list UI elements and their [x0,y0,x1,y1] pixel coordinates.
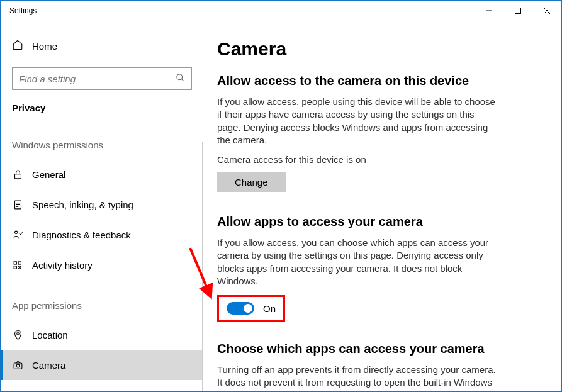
svg-rect-18 [14,362,22,368]
search-box[interactable] [12,67,192,90]
sidebar-item-label: Camera [32,360,65,371]
section-title: Choose which apps can access your camera [217,342,534,356]
minimize-icon [486,8,492,14]
lock-icon [12,169,23,180]
home-label: Home [32,41,57,52]
clipboard-icon [12,199,23,210]
section-text: If you allow access, people using this d… [217,96,500,147]
svg-rect-14 [18,261,21,264]
maximize-button[interactable] [503,1,532,21]
svg-rect-1 [515,8,521,14]
sidebar-item-activity[interactable]: Activity history [1,250,203,280]
camera-access-status: Camera access for this device is on [217,154,534,165]
section-text: Turning off an app prevents it from dire… [217,364,500,389]
activity-icon [12,260,23,271]
sidebar-item-general[interactable]: General [1,159,203,189]
svg-point-19 [16,364,20,367]
sidebar-item-camera[interactable]: Camera [1,350,203,380]
toggle-label: On [263,303,276,314]
sidebar-item-speech[interactable]: Speech, inking, & typing [1,189,203,220]
sidebar-item-label: General [32,169,65,180]
search-icon [176,73,185,85]
category-title: Privacy [1,90,203,120]
sidebar: Home Privacy Windows permissions General [1,21,203,391]
section-text: If you allow access, you can choose whic… [217,237,500,288]
svg-point-17 [16,332,19,335]
section-title: Allow apps to access your camera [217,215,534,229]
sidebar-item-location[interactable]: Location [1,320,203,350]
group-app-permissions: App permissions [1,280,203,320]
close-icon [544,8,550,14]
window-controls [475,1,561,21]
home-nav[interactable]: Home [1,33,203,59]
svg-point-4 [177,74,183,79]
window-title: Settings [9,6,37,15]
toggle-row: On [227,302,276,315]
camera-icon [12,360,23,371]
main-content: Camera Allow access to the camera on thi… [203,21,561,391]
home-icon [12,39,23,53]
sidebar-item-label: Diagnostics & feedback [32,230,131,240]
svg-rect-13 [14,266,16,268]
toggle-knob [244,304,252,313]
minimize-button[interactable] [475,1,503,21]
sidebar-scrollbar[interactable] [202,142,203,391]
feedback-icon [12,230,23,240]
apps-camera-toggle[interactable] [227,302,254,315]
svg-rect-12 [14,261,16,264]
svg-line-5 [181,79,183,81]
annotation-highlight: On [217,295,285,322]
sidebar-item-label: Activity history [32,260,93,271]
section-title: Allow access to the camera on this devic… [217,74,534,88]
svg-point-11 [14,231,17,233]
sidebar-item-label: Location [32,330,68,340]
close-button[interactable] [532,1,561,21]
group-windows-permissions: Windows permissions [1,120,203,159]
sidebar-item-diagnostics[interactable]: Diagnostics & feedback [1,220,203,250]
change-button[interactable]: Change [217,172,286,192]
titlebar: Settings [1,1,561,21]
maximize-icon [515,8,521,14]
page-title: Camera [217,38,534,60]
sidebar-item-label: Speech, inking, & typing [32,199,133,210]
svg-rect-6 [14,174,21,178]
location-icon [12,330,23,340]
search-input[interactable] [19,74,176,84]
